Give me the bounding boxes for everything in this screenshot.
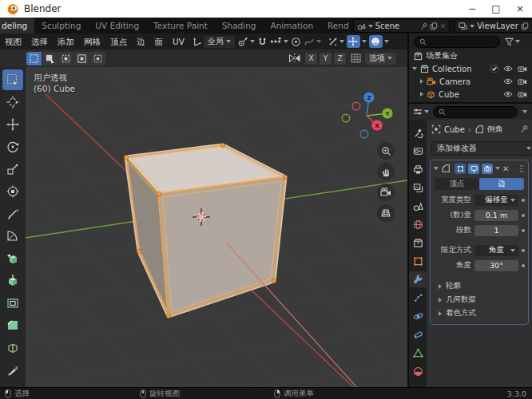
expand-icon[interactable]: [420, 92, 423, 97]
pin-icon[interactable]: [519, 124, 528, 133]
menu-view[interactable]: 视图: [0, 34, 26, 49]
menu-add[interactable]: 添加: [53, 34, 79, 49]
menu-vertex[interactable]: 顶点: [105, 34, 132, 49]
tab-object-data[interactable]: [409, 345, 427, 361]
viewlayer-dropdown-icon[interactable]: [470, 25, 474, 28]
pin-icon[interactable]: [419, 22, 427, 30]
cube-object[interactable]: [124, 143, 287, 318]
expand-icon[interactable]: [412, 67, 417, 70]
camera-row[interactable]: Camera: [409, 75, 532, 88]
minimize-button[interactable]: −: [460, 0, 484, 18]
tab-texture-paint[interactable]: Texture Paint: [146, 18, 215, 34]
select-extend-button[interactable]: [90, 52, 105, 65]
segments-field[interactable]: 1: [474, 225, 518, 236]
tab-render[interactable]: [409, 143, 427, 159]
tool-measure[interactable]: [2, 226, 23, 247]
tab-animation[interactable]: Animation: [264, 18, 321, 34]
menu-uv[interactable]: UV: [168, 34, 189, 49]
mirror-x-button[interactable]: X: [304, 52, 318, 65]
add-modifier-button[interactable]: 添加修改器: [431, 141, 532, 156]
gizmo-neg-z[interactable]: [360, 130, 368, 138]
expand-icon[interactable]: [420, 79, 423, 84]
menu-edge[interactable]: 边: [132, 34, 150, 49]
tab-scene[interactable]: [409, 198, 427, 214]
select-tweak-button[interactable]: [26, 52, 42, 65]
tool-add-cube[interactable]: [2, 248, 23, 269]
outliner-filter-dropdown[interactable]: [505, 38, 520, 46]
cube-row[interactable]: Cube: [409, 88, 532, 101]
zoom-button[interactable]: [377, 142, 395, 160]
tool-inset-faces[interactable]: [2, 293, 23, 314]
falloff-dropdown[interactable]: [304, 37, 321, 47]
editor-type-dropdown[interactable]: [413, 107, 429, 117]
modifier-extras-icon[interactable]: [495, 167, 500, 170]
camera-visibility-icon[interactable]: [518, 65, 527, 73]
tab-physics[interactable]: [409, 308, 427, 324]
snap-grid-icon[interactable]: [350, 53, 362, 64]
tab-particles[interactable]: [409, 290, 427, 306]
select-lasso-button[interactable]: [74, 52, 89, 65]
tab-uv-editing[interactable]: UV Editing: [88, 18, 146, 34]
tab-collection[interactable]: [409, 235, 427, 251]
outliner-search-input[interactable]: [414, 36, 500, 48]
scene-selector[interactable]: Scene ✕: [353, 19, 451, 33]
scene-name[interactable]: Scene: [375, 22, 417, 30]
width-type-dropdown[interactable]: 偏移量: [474, 195, 518, 206]
camera-visibility-icon[interactable]: [518, 77, 527, 85]
pan-button[interactable]: [377, 163, 395, 180]
edit-mode-display-toggle[interactable]: [455, 164, 466, 174]
render-display-toggle[interactable]: [482, 164, 493, 174]
close-button[interactable]: ×: [508, 0, 532, 18]
tab-modifiers[interactable]: [409, 271, 427, 287]
animate-dot[interactable]: [522, 229, 525, 232]
tool-select-box[interactable]: [2, 69, 23, 90]
scene-collection-row[interactable]: 场景集合: [409, 49, 532, 62]
new-scene-icon[interactable]: [430, 22, 438, 30]
orientation-dropdown[interactable]: 全局: [204, 36, 235, 48]
tab-rendering[interactable]: Rend: [320, 18, 351, 34]
tool-annotate[interactable]: [2, 203, 23, 224]
tab-world[interactable]: [409, 216, 427, 232]
menu-mesh[interactable]: 网格: [79, 34, 105, 49]
proportional-editing-toggle[interactable]: [291, 37, 301, 47]
viewlayer-selector[interactable]: ViewLayer ✕: [455, 19, 532, 33]
angle-field[interactable]: 30°: [474, 260, 518, 271]
tab-output[interactable]: [409, 161, 427, 177]
tab-view-layer[interactable]: [409, 180, 427, 196]
tab-constraints[interactable]: [409, 326, 427, 342]
checkbox-icon[interactable]: [490, 65, 498, 73]
mirror-icon[interactable]: [288, 53, 301, 64]
animate-dot[interactable]: [522, 264, 525, 267]
gizmo-neg-x[interactable]: [352, 102, 360, 110]
select-box-button[interactable]: [42, 52, 58, 65]
amount-field[interactable]: 0.1 m: [474, 210, 518, 221]
tab-material[interactable]: [409, 363, 427, 379]
tab-tool[interactable]: [409, 124, 427, 140]
tab-shading[interactable]: Shading: [215, 18, 264, 34]
tab-modeling[interactable]: deling: [0, 18, 34, 34]
animate-dot[interactable]: [522, 199, 525, 202]
breadcrumb-object[interactable]: Cube: [444, 125, 465, 134]
collection-row[interactable]: Collection: [409, 62, 532, 75]
tab-edges[interactable]: 边: [479, 178, 524, 190]
tool-bevel[interactable]: [2, 315, 23, 336]
tool-scale[interactable]: [2, 159, 23, 180]
breadcrumb-modifier[interactable]: 倒角: [487, 124, 503, 135]
eye-icon[interactable]: [503, 65, 513, 73]
overlays-toggle[interactable]: [347, 35, 367, 48]
drag-handle-icon[interactable]: [518, 164, 525, 173]
tool-rotate[interactable]: [2, 136, 23, 157]
camera-view-button[interactable]: [377, 184, 395, 201]
section-geometry[interactable]: 几何数据: [431, 293, 528, 306]
menu-select[interactable]: 选择: [26, 34, 53, 49]
realtime-display-toggle[interactable]: [468, 164, 479, 174]
remove-modifier-icon[interactable]: ✕: [502, 164, 509, 173]
tool-move[interactable]: [2, 114, 23, 135]
viewlayer-name[interactable]: ViewLayer: [477, 22, 518, 30]
toggle-ortho-button[interactable]: [377, 204, 395, 222]
gizmo-neg-y[interactable]: [342, 114, 350, 122]
expand-panel-icon[interactable]: [434, 167, 439, 170]
tool-extrude-region[interactable]: [2, 271, 23, 291]
tool-transform[interactable]: [2, 181, 23, 202]
section-shading[interactable]: 着色方式: [431, 306, 528, 320]
